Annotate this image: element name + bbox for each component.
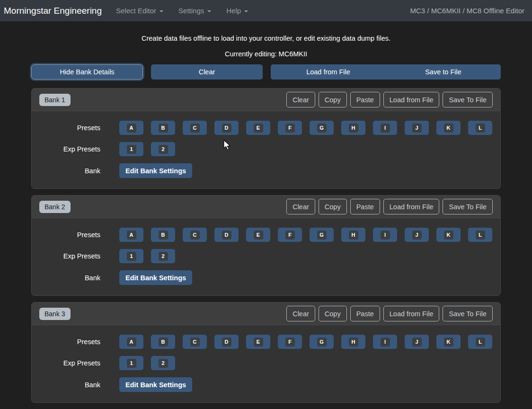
presets-label: Presets [32, 124, 100, 132]
preset-letter-badge: D [222, 338, 231, 347]
bank-badge[interactable]: Bank 3 [39, 308, 71, 320]
exp-preset-buttons: 12 [119, 142, 175, 156]
preset-f-button[interactable]: F [278, 228, 302, 242]
preset-f-button[interactable]: F [278, 335, 302, 349]
exp-presets-label: Exp Presets [32, 252, 100, 260]
preset-e-button[interactable]: E [246, 335, 270, 349]
bank-paste-button[interactable]: Paste [350, 199, 380, 214]
preset-b-button[interactable]: B [151, 335, 175, 349]
preset-d-button[interactable]: D [214, 121, 239, 135]
exp-preset-2-button[interactable]: 2 [151, 356, 175, 370]
main-content: Create data files offline to load into y… [31, 35, 501, 409]
bank-badge[interactable]: Bank 2 [39, 201, 71, 213]
exp-preset-buttons: 12 [119, 249, 175, 263]
preset-letter-badge: I [381, 124, 390, 133]
save-to-file-button[interactable]: Save to File [386, 64, 501, 80]
preset-h-button[interactable]: H [341, 121, 365, 135]
exp-presets-label: Exp Presets [32, 359, 100, 367]
edit-bank-settings-button[interactable]: Edit Bank Settings [119, 377, 192, 392]
preset-j-button[interactable]: J [405, 335, 429, 349]
bank-load-from-file-button[interactable]: Load from File [383, 306, 440, 321]
exp-preset-1-button[interactable]: 1 [119, 249, 143, 263]
preset-d-button[interactable]: D [214, 335, 239, 349]
bank-card: Bank 1 ClearCopyPasteLoad from FileSave … [31, 88, 501, 189]
preset-i-button[interactable]: I [373, 335, 397, 349]
preset-h-button[interactable]: H [341, 228, 365, 242]
bank-clear-button[interactable]: Clear [286, 92, 315, 107]
preset-j-button[interactable]: J [405, 121, 429, 135]
preset-letter-badge: C [190, 124, 200, 133]
bank-save-to-file-button[interactable]: Save To File [443, 306, 493, 321]
bank-load-from-file-button[interactable]: Load from File [383, 199, 440, 214]
preset-c-button[interactable]: C [183, 121, 207, 135]
bank-save-to-file-button[interactable]: Save To File [443, 199, 493, 214]
exp-preset-1-button[interactable]: 1 [119, 142, 143, 156]
preset-e-button[interactable]: E [246, 121, 270, 135]
preset-letter-badge: B [159, 338, 168, 347]
preset-letter-badge: F [285, 231, 295, 240]
hide-bank-details-button[interactable]: Hide Bank Details [31, 64, 143, 80]
bank-header: Bank 1 ClearCopyPasteLoad from FileSave … [32, 89, 500, 111]
exp-presets-row: Exp Presets 12 [32, 249, 500, 263]
bank-actions: ClearCopyPasteLoad from FileSave To File [286, 199, 493, 214]
preset-k-button[interactable]: K [436, 228, 461, 242]
preset-g-button[interactable]: G [310, 121, 334, 135]
bank-label: Bank [32, 274, 100, 282]
preset-c-button[interactable]: C [183, 228, 207, 242]
nav-item-help[interactable]: Help [219, 3, 256, 18]
bank-paste-button[interactable]: Paste [350, 92, 380, 107]
bank-save-to-file-button[interactable]: Save To File [443, 92, 493, 107]
exp-preset-number-badge: 1 [127, 359, 136, 368]
nav-item-settings[interactable]: Settings [171, 3, 219, 18]
bank-clear-button[interactable]: Clear [286, 306, 315, 321]
exp-preset-1-button[interactable]: 1 [119, 356, 143, 370]
preset-i-button[interactable]: I [373, 228, 397, 242]
preset-e-button[interactable]: E [246, 228, 270, 242]
bank-load-from-file-button[interactable]: Load from File [383, 92, 440, 107]
file-button-group: Load from File Save to File [271, 64, 501, 80]
preset-b-button[interactable]: B [151, 228, 175, 242]
nav-item-label: Settings [178, 7, 204, 15]
edit-bank-settings-button[interactable]: Edit Bank Settings [119, 270, 192, 285]
caret-down-icon [207, 10, 211, 12]
preset-letter-badge: E [254, 231, 263, 240]
edit-bank-settings-button[interactable]: Edit Bank Settings [119, 163, 192, 178]
preset-a-button[interactable]: A [119, 121, 143, 135]
exp-presets-row: Exp Presets 12 [32, 356, 500, 370]
bank-copy-button[interactable]: Copy [319, 92, 347, 107]
preset-letter-badge: E [254, 124, 263, 133]
bank-copy-button[interactable]: Copy [319, 306, 347, 321]
bank-paste-button[interactable]: Paste [350, 306, 380, 321]
preset-i-button[interactable]: I [373, 121, 397, 135]
preset-letter-badge: C [190, 338, 200, 347]
exp-preset-2-button[interactable]: 2 [151, 142, 175, 156]
load-from-file-button[interactable]: Load from File [271, 64, 386, 80]
exp-preset-2-button[interactable]: 2 [151, 249, 175, 263]
preset-letter-badge: E [254, 338, 263, 347]
bank-copy-button[interactable]: Copy [319, 199, 347, 214]
preset-g-button[interactable]: G [310, 228, 334, 242]
clear-all-button[interactable]: Clear [151, 64, 263, 80]
preset-l-button[interactable]: L [468, 228, 492, 242]
preset-a-button[interactable]: A [119, 228, 143, 242]
preset-h-button[interactable]: H [341, 335, 365, 349]
preset-a-button[interactable]: A [119, 335, 143, 349]
preset-k-button[interactable]: K [436, 121, 461, 135]
preset-g-button[interactable]: G [310, 335, 334, 349]
brand-link[interactable]: Morningstar Engineering [4, 6, 102, 16]
preset-k-button[interactable]: K [436, 335, 461, 349]
preset-f-button[interactable]: F [278, 121, 302, 135]
nav-item-select-editor[interactable]: Select Editor [108, 3, 171, 18]
preset-c-button[interactable]: C [183, 335, 207, 349]
bank-clear-button[interactable]: Clear [286, 199, 315, 214]
bank-badge[interactable]: Bank 1 [39, 94, 71, 106]
caret-down-icon [244, 10, 248, 12]
preset-b-button[interactable]: B [151, 121, 175, 135]
preset-letter-badge: C [190, 231, 200, 240]
preset-l-button[interactable]: L [468, 335, 492, 349]
exp-preset-buttons: 12 [119, 356, 175, 370]
banks-list: Bank 1 ClearCopyPasteLoad from FileSave … [31, 88, 501, 409]
preset-d-button[interactable]: D [214, 228, 239, 242]
preset-j-button[interactable]: J [405, 228, 429, 242]
preset-l-button[interactable]: L [468, 121, 492, 135]
